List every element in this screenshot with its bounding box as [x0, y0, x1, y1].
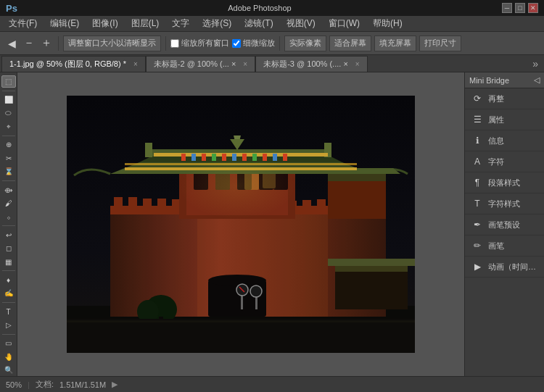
- svg-point-7: [208, 275, 266, 286]
- canvas-area[interactable]: [17, 72, 464, 376]
- panel-item-信息[interactable]: ℹ信息: [465, 130, 544, 151]
- svg-rect-76: [179, 154, 295, 219]
- panel-icon: ☰: [471, 113, 484, 126]
- svg-rect-22: [302, 200, 311, 210]
- tool-separator: [2, 180, 15, 181]
- svg-rect-23: [317, 199, 326, 210]
- svg-rect-9: [114, 197, 123, 210]
- panel-item-画笔[interactable]: ✏画笔: [465, 235, 544, 257]
- panel-item-字符样式[interactable]: T字符样式: [465, 193, 544, 214]
- doc-label: 文档:: [36, 379, 54, 390]
- subtle-zoom-check[interactable]: 细微缩放: [232, 38, 275, 49]
- panel-item-动画（时间…[interactable]: ▶动画（时间…: [465, 257, 544, 278]
- tool-separator: [2, 270, 15, 271]
- panel-icon: ℹ: [471, 134, 484, 147]
- svg-rect-74: [67, 319, 415, 353]
- panel-label: 字符: [488, 157, 504, 167]
- menu-bar: 文件(F)编辑(E)图像(I)图层(L)文字选择(S)滤镜(T)视图(V)窗口(…: [0, 16, 544, 32]
- menu-item[interactable]: 选择(S): [197, 16, 237, 31]
- panel-item-画笔预设[interactable]: ✒画笔预设: [465, 214, 544, 235]
- tool-separator: [2, 225, 15, 226]
- tool-gradient[interactable]: ▦: [1, 256, 16, 267]
- menu-item[interactable]: 文字: [166, 16, 195, 31]
- main-area: ⬚⬜⬭⌖⊕✂⌛⟴🖌⬦↩◻▦♦✍T▷▭🤚🔍: [0, 72, 544, 376]
- tool-path-selection[interactable]: ▷: [1, 319, 16, 330]
- panel-label: 动画（时间…: [488, 262, 536, 272]
- status-arrow[interactable]: ▶: [112, 380, 118, 389]
- panel-label: 属性: [488, 114, 504, 125]
- menu-item[interactable]: 窗口(W): [323, 16, 366, 31]
- tool-rectangle[interactable]: ▭: [1, 338, 16, 349]
- tool-dodge[interactable]: ♦: [1, 274, 16, 285]
- mini-bridge-label: Mini Bridge: [469, 76, 509, 85]
- svg-rect-75: [67, 320, 415, 322]
- tab-close-btn[interactable]: ×: [133, 60, 138, 68]
- tab-close-btn[interactable]: ×: [355, 60, 360, 68]
- tool-crop[interactable]: ✂: [1, 152, 16, 164]
- tool-pen[interactable]: ✍: [1, 288, 16, 299]
- menu-item[interactable]: 编辑(E): [44, 16, 85, 31]
- left-toolbar: ⬚⬜⬭⌖⊕✂⌛⟴🖌⬦↩◻▦♦✍T▷▭🤚🔍: [0, 72, 17, 376]
- svg-rect-11: [143, 199, 152, 210]
- svg-rect-45: [145, 143, 152, 157]
- svg-marker-73: [328, 259, 415, 266]
- tool-eyedropper[interactable]: ⌛: [1, 166, 16, 178]
- menu-item[interactable]: 文件(F): [3, 16, 43, 31]
- minimize-button[interactable]: ─: [502, 3, 512, 13]
- nav-arrow-icon[interactable]: ◀: [4, 36, 19, 51]
- tool-hand[interactable]: 🤚: [1, 351, 16, 362]
- tab-close-btn[interactable]: ×: [243, 60, 247, 68]
- separator-2: [165, 36, 166, 51]
- menu-item[interactable]: 滤镜(T): [239, 16, 279, 31]
- separator-1: [58, 36, 59, 51]
- tool-lasso[interactable]: ⌖: [1, 121, 16, 133]
- separator-3: [279, 36, 280, 51]
- tab-2[interactable]: 未标题-3 @ 100% (.... ××: [255, 56, 367, 72]
- panel-icon: ✒: [471, 218, 484, 231]
- fit-window-btn[interactable]: 调整窗口大小以清晰显示: [63, 36, 161, 51]
- tool-type[interactable]: T: [1, 306, 16, 317]
- tool-move[interactable]: ⬚: [1, 75, 16, 88]
- app-title: Adobe Photoshop: [228, 4, 291, 12]
- menu-item[interactable]: 帮助(H): [367, 16, 408, 31]
- panel-item-段落样式[interactable]: ¶段落样式: [465, 172, 544, 193]
- window-controls: ─ □ ✕: [502, 3, 538, 13]
- zoom-all-windows-check[interactable]: 缩放所有窗口: [170, 38, 229, 49]
- tool-healing[interactable]: ⟴: [1, 184, 16, 196]
- zoom-plus-icon[interactable]: ＋: [39, 36, 54, 51]
- panel-item-再整[interactable]: ⟳再整: [465, 88, 544, 109]
- panel-label: 画笔预设: [488, 220, 520, 230]
- menu-item[interactable]: 视图(V): [281, 16, 321, 31]
- panel-icon: ¶: [471, 176, 484, 189]
- tool-history[interactable]: ↩: [1, 229, 16, 241]
- panel-label: 字符样式: [488, 199, 520, 209]
- tabs-bar: 1-1.jpg @ 50% (图层 0, RGB/8) *×未标题-2 @ 10…: [0, 55, 544, 72]
- panel-collapse-icon[interactable]: ◁: [534, 75, 540, 85]
- menu-item[interactable]: 图层(L): [125, 16, 165, 31]
- fit-screen-btn[interactable]: 适合屏幕: [329, 36, 371, 51]
- tool-zoom[interactable]: 🔍: [1, 364, 16, 375]
- actual-pixels-btn[interactable]: 实际像素: [284, 36, 326, 51]
- print-size-btn[interactable]: 打印尺寸: [419, 36, 461, 51]
- tool-marquee[interactable]: ⬜: [1, 94, 16, 106]
- tool-quick-selection[interactable]: ⊕: [1, 139, 16, 151]
- tab-1[interactable]: 未标题-2 @ 100% (... ××: [146, 56, 255, 72]
- doc-size: 1.51M/1.51M: [59, 380, 106, 389]
- tab-0[interactable]: 1-1.jpg @ 50% (图层 0, RGB/8) *×: [1, 56, 146, 72]
- tool-eraser[interactable]: ◻: [1, 242, 16, 254]
- tool-ellipse-marquee[interactable]: ⬭: [1, 107, 16, 119]
- maximize-button[interactable]: □: [515, 3, 525, 13]
- svg-point-69: [250, 285, 262, 297]
- panel-icon: A: [471, 155, 484, 168]
- close-button[interactable]: ✕: [528, 3, 538, 13]
- status-separator: |: [28, 380, 30, 389]
- fill-screen-btn[interactable]: 填充屏幕: [374, 36, 416, 51]
- tool-brush[interactable]: 🖌: [1, 197, 16, 209]
- tool-stamp[interactable]: ⬦: [1, 211, 16, 222]
- zoom-minus-icon[interactable]: －: [22, 36, 36, 51]
- tabs-collapse-btn[interactable]: »: [529, 58, 541, 70]
- panel-item-字符[interactable]: A字符: [465, 151, 544, 172]
- menu-item[interactable]: 图像(I): [86, 16, 123, 31]
- svg-rect-71: [335, 270, 408, 309]
- panel-item-属性[interactable]: ☰属性: [465, 109, 544, 130]
